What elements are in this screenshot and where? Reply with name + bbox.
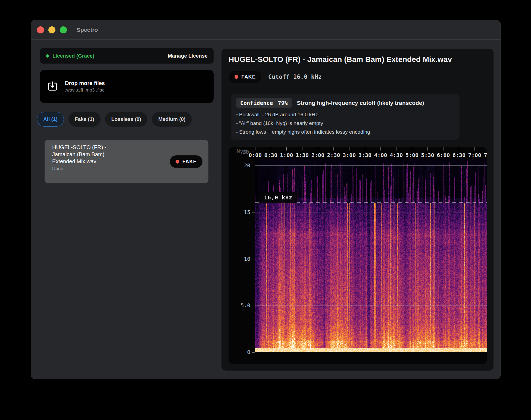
gridline [255,165,487,166]
time-tick [271,147,271,151]
file-dropzone[interactable]: Drop more files .wav .aiff .mp3 .flac [40,70,214,103]
minimize-button[interactable] [48,26,55,33]
dropzone-title: Drop more files [65,80,105,86]
gridline [255,259,487,259]
titlebar: Spectro [31,20,501,40]
file-list-item[interactable]: HUGEL-SOLTO (FR) - Jamaican (Bam Bam) Ex… [45,140,208,183]
evidence-item: Strong lows + empty highs often indicate… [236,128,454,136]
app-title: Spectro [77,20,98,40]
download-tray-icon [47,81,58,92]
filter-chip-row: All (1)Fake (1)Lossless (0)Medium (0) [37,112,192,127]
spectrogram-container: Nyq 20 — 16,0 kHz 20—15—10—5.0—0—0:000:3… [229,147,487,364]
time-tick [380,147,381,151]
fake-dot-icon [176,160,179,164]
license-status-label: Licensed (Grace) [52,53,94,59]
gridline [255,212,487,212]
spectrogram-canvas [255,159,487,352]
confidence-pill: Confidence 79% [236,98,292,108]
evidence-list: Brickwall ≈ 26 dB around 16.0 kHz“Air” b… [236,110,454,136]
file-verdict-badge: FAKE [170,155,202,168]
time-tick [318,147,318,151]
file-name: HUGEL-SOLTO (FR) - Jamaican (Bam Bam) Ex… [52,144,126,165]
close-button[interactable] [37,26,44,33]
detail-verdict-badge: FAKE [229,71,261,83]
filter-chip-medium-0[interactable]: Medium (0) [152,112,192,127]
time-tick [412,147,412,151]
time-tick [459,147,459,151]
license-status-icon [46,54,49,58]
app-window: Spectro Licensed (Grace) Manage License … [31,20,501,379]
detail-title: HUGEL-SOLTO (FR) - Jamaican (Bam Bam) Ex… [229,55,487,64]
gridline [255,305,487,306]
confidence-header: Confidence 79% Strong high-frequency cut… [236,98,454,108]
evidence-item: Brickwall ≈ 26 dB around 16.0 kHz [236,110,454,119]
cutoff-line-label: 16,0 kHz [259,192,298,203]
time-tick [365,147,365,151]
y-axis-line [255,149,255,353]
license-bar: Licensed (Grace) Manage License [40,48,214,64]
cutoff-readout: Cutoff 16.0 kHz [268,74,322,80]
filter-chip-lossless-0[interactable]: Lossless (0) [105,112,148,127]
time-tick [427,147,428,151]
zoom-button[interactable] [60,26,67,33]
freq-tick-label: 5.0— [229,302,255,309]
time-tick [396,147,396,151]
manage-license-button[interactable]: Manage License [168,53,208,59]
confidence-box: Confidence 79% Strong high-frequency cut… [231,94,460,140]
detail-panel: HUGEL-SOLTO (FR) - Jamaican (Bam Bam) Ex… [221,49,493,371]
detail-verdict-label: FAKE [241,74,256,80]
time-tick [333,147,334,151]
time-tick [443,147,443,151]
dropzone-formats: .wav .aiff .mp3 .flac [65,87,105,93]
freq-tick-label: 10— [229,255,255,263]
verdict-row: FAKE Cutoff 16.0 kHz [229,71,322,83]
evidence-item: “Air” band (16k–Nyq) is nearly empty [236,119,454,128]
time-tick [286,147,287,151]
dropzone-text: Drop more files .wav .aiff .mp3 .flac [65,80,105,93]
fake-dot-icon [235,75,238,79]
freq-tick-label: 15— [229,208,255,216]
time-tick-label: 7:30 [481,152,487,158]
file-status: Done [52,166,63,171]
time-tick [255,147,255,151]
file-verdict-label: FAKE [182,159,197,165]
time-tick [302,147,302,151]
freq-tick-label: 0— [229,348,255,356]
time-tick [474,147,475,151]
filter-chip-all-1[interactable]: All (1) [37,112,64,127]
confidence-heading: Strong high-frequency cutoff (likely tra… [297,100,424,106]
freq-tick-label: 20— [229,162,255,169]
time-tick [349,147,349,151]
filter-chip-fake-1[interactable]: Fake (1) [68,112,101,127]
